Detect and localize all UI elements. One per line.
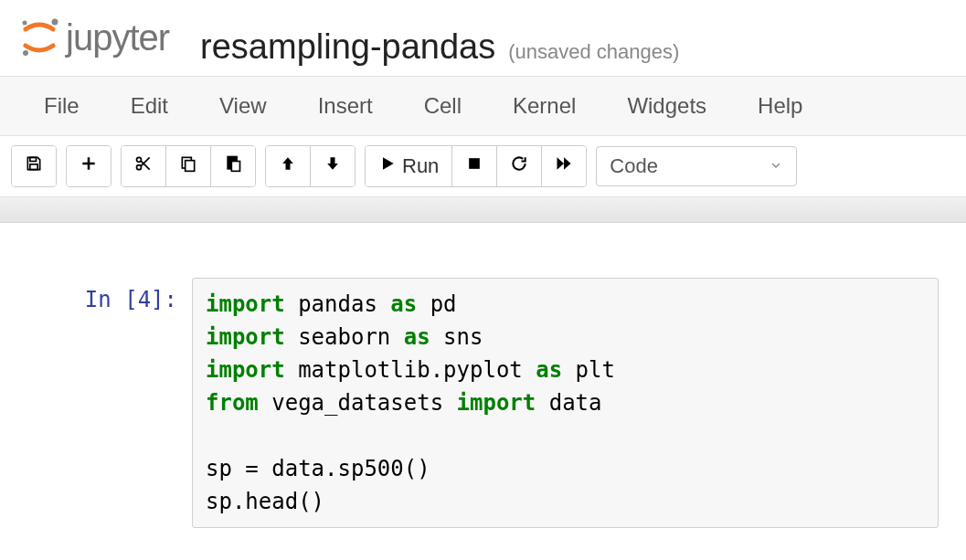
- menu-cell[interactable]: Cell: [398, 77, 487, 135]
- cell-input[interactable]: import pandas as pd import seaborn as sn…: [192, 278, 939, 528]
- jupyter-logo-icon: [18, 16, 60, 58]
- add-cell-button[interactable]: [67, 146, 111, 186]
- save-button[interactable]: [12, 146, 56, 186]
- menu-widgets[interactable]: Widgets: [601, 77, 732, 135]
- menu-edit[interactable]: Edit: [105, 77, 194, 135]
- jupyter-logo-text: jupyter: [66, 17, 169, 58]
- svg-point-0: [23, 21, 27, 26]
- stop-button[interactable]: [452, 146, 497, 186]
- menu-kernel[interactable]: Kernel: [487, 77, 601, 135]
- chevron-down-icon: [769, 154, 783, 178]
- svg-rect-4: [30, 164, 37, 170]
- move-up-button[interactable]: [266, 146, 311, 186]
- header: jupyter resampling-pandas (unsaved chang…: [0, 0, 966, 76]
- stop-icon: [465, 154, 483, 178]
- arrow-down-icon: [324, 154, 342, 178]
- notebook-area: In [4]: import pandas as pd import seabo…: [0, 223, 966, 546]
- copy-icon: [179, 154, 197, 178]
- notebook-status: (unsaved changes): [508, 40, 679, 64]
- svg-rect-3: [30, 157, 37, 161]
- cell-prompt: In [4]:: [27, 278, 192, 312]
- svg-rect-14: [231, 162, 239, 172]
- plus-icon: [80, 154, 98, 178]
- scissors-icon: [134, 154, 153, 178]
- paste-icon: [224, 154, 242, 178]
- fast-forward-icon: [555, 154, 573, 178]
- copy-button[interactable]: [166, 146, 211, 186]
- svg-point-1: [52, 19, 58, 26]
- play-icon: [378, 154, 397, 178]
- notebook-title[interactable]: resampling-pandas: [200, 27, 495, 67]
- menu-help[interactable]: Help: [732, 77, 828, 135]
- move-down-button[interactable]: [311, 146, 355, 186]
- restart-run-all-button[interactable]: [542, 146, 586, 186]
- menubar: File Edit View Insert Cell Kernel Widget…: [0, 76, 966, 136]
- menu-file[interactable]: File: [18, 77, 105, 135]
- toolbar: Run Code: [0, 136, 966, 197]
- menu-view[interactable]: View: [194, 77, 292, 135]
- cell-type-value: Code: [610, 154, 658, 178]
- save-icon: [25, 154, 43, 178]
- svg-rect-12: [186, 161, 195, 172]
- svg-rect-15: [470, 158, 481, 169]
- menu-insert[interactable]: Insert: [292, 77, 398, 135]
- restart-icon: [510, 154, 528, 178]
- svg-point-2: [23, 50, 28, 56]
- run-label: Run: [402, 154, 439, 178]
- cell-type-select[interactable]: Code: [596, 146, 797, 186]
- jupyter-logo[interactable]: jupyter: [18, 16, 169, 58]
- run-button[interactable]: Run: [366, 146, 452, 186]
- cut-button[interactable]: [122, 146, 166, 186]
- restart-button[interactable]: [497, 146, 542, 186]
- arrow-up-icon: [279, 154, 297, 178]
- toolbar-separator: [0, 197, 966, 223]
- paste-button[interactable]: [211, 146, 255, 186]
- code-cell[interactable]: In [4]: import pandas as pd import seabo…: [27, 278, 939, 528]
